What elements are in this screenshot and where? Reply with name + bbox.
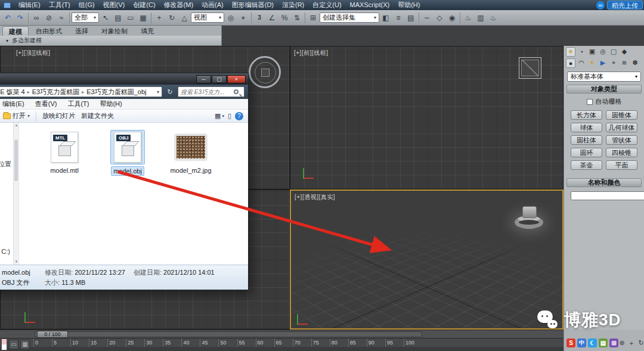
pan-icon[interactable]: + [627, 338, 636, 347]
ribbon-tab-populate[interactable]: 填充 [135, 26, 160, 36]
timeline-tick[interactable]: 80 [330, 338, 348, 347]
open-button[interactable]: 打开 ▾ [3, 111, 30, 120]
menu-item[interactable]: 图形编辑器(D) [228, 0, 278, 10]
rotation-gizmo[interactable] [249, 56, 281, 88]
percent-snap-icon[interactable]: % [278, 12, 290, 24]
scrollbar[interactable]: ▲ ▼ [13, 123, 18, 265]
primitive-button[interactable]: 球体 [571, 123, 602, 132]
timeline-tick[interactable]: 90 [367, 338, 385, 347]
edit-named-sets-icon[interactable]: ⊞ [307, 12, 319, 24]
timeline-tick[interactable]: 5 [52, 338, 70, 347]
menu-item[interactable]: 创建(C) [129, 0, 159, 10]
align-icon[interactable]: ≡ [392, 12, 404, 24]
spinner-snap-icon[interactable]: ⇅ [291, 12, 303, 24]
angle-snap-icon[interactable]: ∠ [266, 12, 278, 24]
ime-mode-icon[interactable]: 中 [577, 338, 586, 347]
rotate-icon[interactable]: ↻ [166, 12, 178, 24]
modify-tab-icon[interactable]: ◔ [577, 47, 586, 57]
slideshow-button[interactable]: 放映幻灯片 [42, 111, 75, 120]
use-center-icon[interactable]: ◎ [225, 12, 237, 24]
change-view-button[interactable]: ▦ ▾ [215, 112, 224, 120]
breadcrumb-segment[interactable]: E 饭菜 4 [0, 88, 25, 97]
soft-keyboard-icon[interactable]: ▤ [599, 338, 608, 347]
primitive-button[interactable]: 几何球体 [606, 123, 637, 132]
viewport-top-label[interactable]: [+][顶][线框] [16, 49, 51, 57]
explorer-menu-item[interactable]: 查看(V) [30, 99, 63, 109]
menu-item[interactable]: 自定义(U) [308, 0, 345, 10]
timeline-tick[interactable]: 65 [274, 338, 293, 347]
explorer-menu-item[interactable]: 工具(T) [62, 99, 94, 109]
timeline-tick[interactable]: 85 [348, 338, 367, 347]
render-icon[interactable]: ♨ [487, 12, 499, 24]
timeline-tick[interactable]: 20 [107, 338, 126, 347]
layer-manager-icon[interactable]: ▤ [405, 12, 417, 24]
primitive-button[interactable]: 茶壶 [571, 160, 602, 170]
curve-editor-icon[interactable]: ∼ [421, 12, 433, 24]
timeline-tick[interactable]: 45 [200, 338, 218, 347]
autogrid-checkbox[interactable] [587, 99, 593, 105]
preview-pane-button[interactable]: ▯ [228, 112, 231, 120]
geometry-category-icon[interactable]: ● [566, 58, 575, 68]
timeline-tick[interactable]: 40 [181, 338, 200, 347]
app-icon[interactable] [4, 2, 11, 8]
primitive-button[interactable]: 圆柱体 [571, 135, 602, 145]
primitive-button[interactable]: 四棱锥 [606, 148, 637, 157]
timeline-tick[interactable]: 50 [218, 338, 237, 347]
bind-spacewarp-icon[interactable]: ≈ [55, 12, 67, 24]
window-crossing-icon[interactable]: ▦ [137, 12, 149, 24]
explorer-title-bar[interactable]: ─ ▢ × [0, 73, 248, 85]
unlink-icon[interactable]: ⊘ [43, 12, 55, 24]
systems-category-icon[interactable]: ✽ [630, 58, 640, 68]
tree-item-recent-places[interactable]: 的位置 [0, 160, 11, 169]
menu-item[interactable]: 修改器(M) [160, 0, 198, 10]
search-input[interactable] [181, 89, 232, 95]
file-item-jpg[interactable]: model_m2.jpg [167, 130, 215, 175]
move-icon[interactable]: + [153, 12, 165, 24]
motion-tab-icon[interactable]: ◎ [598, 47, 608, 57]
material-editor-icon[interactable]: ◉ [446, 12, 458, 24]
mirror-icon[interactable]: ◧ [380, 12, 392, 24]
search-box[interactable] [178, 86, 244, 97]
snap-toggle-icon[interactable]: 3 [253, 12, 265, 24]
scale-icon[interactable]: △ [178, 12, 190, 24]
file-item-mtl[interactable]: MTL model.mtl [41, 130, 88, 175]
grid-toggle-icon[interactable]: ▦ [20, 340, 30, 349]
upload-badge[interactable]: 稻壳上传 [607, 1, 643, 10]
orbit-icon[interactable]: ↻ [637, 338, 644, 347]
scroll-down-icon[interactable]: ▼ [14, 259, 19, 265]
render-setup-icon[interactable]: ♨ [462, 12, 474, 24]
select-link-icon[interactable]: ∞ [30, 12, 42, 24]
search-icon[interactable] [234, 89, 239, 94]
timeline-tick[interactable]: 55 [237, 338, 256, 347]
zoom-icon[interactable]: ⊕ [618, 338, 626, 347]
menu-item[interactable]: 帮助(H) [394, 0, 424, 10]
help-icon[interactable]: ? [235, 112, 243, 120]
explorer-menu-item[interactable]: 帮助(H) [94, 99, 127, 109]
timeline-tick[interactable]: 30 [144, 338, 163, 347]
select-object-icon[interactable]: ↖ [100, 12, 112, 24]
primitive-button[interactable]: 圆锥体 [606, 110, 637, 120]
ribbon-tab-selection[interactable]: 选择 [69, 26, 94, 36]
breadcrumb[interactable]: « E 饭菜 4 ▸ E3巧克力蛋糕圆 ▸ E3巧克力蛋糕圆_obj ▾ [0, 86, 162, 97]
helpers-category-icon[interactable]: ⌖ [609, 58, 618, 68]
maximize-button[interactable]: ▢ [212, 75, 227, 83]
sogou-input-icon[interactable]: S [566, 338, 575, 347]
menu-item[interactable]: 组(G) [75, 0, 99, 10]
minimize-button[interactable]: ─ [196, 75, 211, 83]
timeline-tick[interactable]: 75 [311, 338, 330, 347]
timeline-tick[interactable]: 70 [293, 338, 311, 347]
menu-item[interactable]: 动画(A) [197, 0, 228, 10]
hierarchy-tab-icon[interactable]: ▣ [587, 47, 597, 57]
explorer-menu-item[interactable]: 编辑(E) [0, 99, 30, 109]
timeline-tick[interactable]: 35 [163, 338, 181, 347]
moon-mode-icon[interactable]: ☾ [588, 338, 597, 347]
timeline-tick[interactable]: 25 [126, 338, 144, 347]
spacewarps-category-icon[interactable]: ≋ [620, 58, 629, 68]
viewport-perspective-label[interactable]: [+][透视][真实] [295, 193, 335, 201]
time-slider-track[interactable] [35, 331, 422, 337]
file-item-obj[interactable]: OBJ model.obj [104, 130, 151, 176]
polygon-modeling-panel-label[interactable]: 多边形建模 [12, 36, 42, 45]
menu-item[interactable]: 视图(V) [99, 0, 129, 10]
chevron-down-icon[interactable]: ▾ [157, 89, 159, 95]
upload-widget[interactable]: ∞ 稻壳上传 [596, 1, 643, 10]
